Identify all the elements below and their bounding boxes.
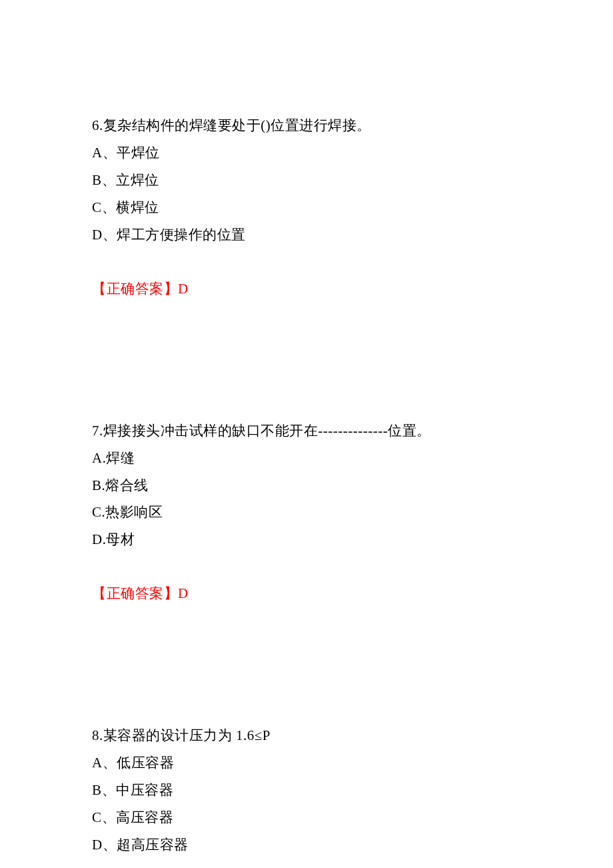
- spacer: [92, 351, 533, 417]
- question-block-7: 7.焊接接头冲击试样的缺口不能开在--------------位置。 A.焊缝 …: [92, 417, 533, 608]
- option-c: C.热影响区: [92, 499, 533, 526]
- option-b: B、立焊位: [92, 167, 533, 194]
- answer-label: 【正确答案】: [92, 585, 178, 601]
- question-body: 某容器的设计压力为 1.6≤P: [103, 727, 271, 743]
- question-text: 6.复杂结构件的焊缝要处于()位置进行焊接。: [92, 112, 533, 139]
- correct-answer: 【正确答案】D: [92, 580, 533, 607]
- answer-value: D: [178, 281, 189, 297]
- question-block-8: 8.某容器的设计压力为 1.6≤P A、低压容器 B、中压容器 C、高压容器 D…: [92, 722, 533, 868]
- answer-value: D: [178, 585, 189, 601]
- correct-answer: 【正确答案】D: [92, 275, 533, 303]
- option-a: A、低压容器: [92, 749, 533, 777]
- option-a: A.焊缝: [92, 445, 533, 472]
- question-number: 8.: [92, 727, 103, 743]
- question-text: 7.焊接接头冲击试样的缺口不能开在--------------位置。: [92, 417, 533, 445]
- question-text: 8.某容器的设计压力为 1.6≤P: [92, 722, 533, 749]
- option-d: D.母材: [92, 526, 533, 553]
- option-a: A、平焊位: [92, 139, 533, 167]
- question-body: 焊接接头冲击试样的缺口不能开在--------------位置。: [103, 423, 431, 439]
- option-c: C、横焊位: [92, 194, 533, 221]
- question-number: 7.: [92, 423, 103, 439]
- option-d: D、超高压容器: [92, 831, 533, 859]
- answer-label: 【正确答案】: [92, 281, 178, 297]
- spacer: [92, 655, 533, 722]
- question-body: 复杂结构件的焊缝要处于()位置进行焊接。: [103, 117, 371, 133]
- question-block-6: 6.复杂结构件的焊缝要处于()位置进行焊接。 A、平焊位 B、立焊位 C、横焊位…: [92, 112, 533, 303]
- option-c: C、高压容器: [92, 804, 533, 831]
- option-b: B、中压容器: [92, 777, 533, 804]
- option-b: B.熔合线: [92, 472, 533, 499]
- option-d: D、焊工方便操作的位置: [92, 221, 533, 249]
- question-number: 6.: [92, 117, 103, 133]
